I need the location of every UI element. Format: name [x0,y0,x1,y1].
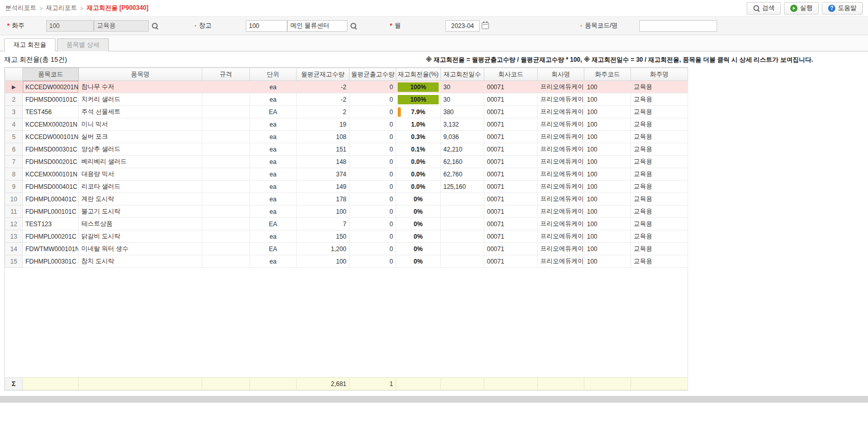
cell-company-code[interactable]: 00071 [484,118,538,131]
cell-turnover-days[interactable] [441,243,484,255]
table-row[interactable]: 12TEST123테스트상품EA700%00071프리오에듀케이션100교육용 [5,218,688,230]
cell-shipper-name[interactable]: 교육용 [631,181,688,193]
cell-unit[interactable]: ea [250,205,297,218]
cell-turnover-days[interactable] [441,255,484,268]
cell-turnover[interactable]: 0% [396,255,441,268]
cell-turnover-days[interactable] [441,230,484,243]
table-row[interactable]: 15FDHMPL000301C참치 도시락ea10000%00071프리오에듀케… [5,255,688,268]
cell-item-name[interactable]: 참치 도시락 [79,255,202,268]
cell-item-code[interactable]: FDHMSD000301C [23,143,79,156]
cell-company-name[interactable]: 프리오에듀케이션 [538,181,584,193]
table-row[interactable]: 5KCCEDW000101N실버 포크ea10800.3%9,03600071프… [5,131,688,143]
cell-company-name[interactable]: 프리오에듀케이션 [538,243,584,255]
cell-avg-stock[interactable]: 1,200 [297,243,349,255]
col-header-company-code[interactable]: 회사코드 [484,68,538,81]
cell-unit[interactable]: ea [250,81,297,93]
cell-unit[interactable]: ea [250,255,297,268]
row-number-cell[interactable]: 8 [5,168,23,181]
cell-item-code[interactable]: KCCEMX000101N [23,168,79,181]
cell-avg-out[interactable]: 0 [349,205,396,218]
calendar-button[interactable] [480,20,491,32]
table-row[interactable]: 3TEST456주석 선물세트EA207.9%38000071프리오에듀케이션1… [5,106,688,118]
cell-spec[interactable] [202,131,250,143]
cell-company-code[interactable]: 00071 [484,230,538,243]
cell-turnover[interactable]: 0% [396,230,441,243]
cell-avg-out[interactable]: 0 [349,181,396,193]
col-header-spec[interactable]: 규격 [202,68,250,81]
cell-company-code[interactable]: 00071 [484,255,538,268]
cell-avg-stock[interactable]: 374 [297,168,349,181]
cell-avg-out[interactable]: 0 [349,93,396,106]
cell-company-name[interactable]: 프리오에듀케이션 [538,93,584,106]
cell-shipper-name[interactable]: 교육용 [631,131,688,143]
shipper-code-input[interactable] [46,20,94,32]
cell-company-code[interactable]: 00071 [484,156,538,168]
cell-spec[interactable] [202,168,250,181]
cell-company-name[interactable]: 프리오에듀케이션 [538,81,584,93]
cell-avg-stock[interactable]: 148 [297,156,349,168]
table-row[interactable]: 14FDWTMW000101N미네랄 워터 생수EA1,20000%00071프… [5,243,688,255]
cell-shipper-name[interactable]: 교육용 [631,243,688,255]
cell-turnover[interactable]: 0% [396,205,441,218]
cell-item-name[interactable]: 닭갈비 도시락 [79,230,202,243]
cell-avg-out[interactable]: 0 [349,255,396,268]
table-row[interactable]: 2FDHMSD000101C치커리 샐러드ea-20100%3000071프리오… [5,93,688,106]
cell-spec[interactable] [202,230,250,243]
cell-turnover-days[interactable]: 380 [441,106,484,118]
cell-item-code[interactable]: KCCEDW000101N [23,131,79,143]
cell-item-code[interactable]: FDHMSD000101C [23,93,79,106]
cell-turnover[interactable]: 7.9% [396,106,441,118]
cell-avg-stock[interactable]: 2 [297,106,349,118]
cell-spec[interactable] [202,118,250,131]
cell-avg-stock[interactable]: -2 [297,81,349,93]
cell-item-code[interactable]: TEST123 [23,218,79,230]
cell-turnover-days[interactable]: 62,160 [441,156,484,168]
cell-spec[interactable] [202,156,250,168]
cell-unit[interactable]: ea [250,156,297,168]
col-header-shipper-name[interactable]: 화주명 [631,68,688,81]
cell-turnover[interactable]: 0.0% [396,168,441,181]
cell-shipper-code[interactable]: 100 [584,81,631,93]
cell-shipper-code[interactable]: 100 [584,118,631,131]
cell-shipper-name[interactable]: 교육용 [631,143,688,156]
cell-item-code[interactable]: FDWTMW000101N [23,243,79,255]
cell-avg-stock[interactable]: 100 [297,205,349,218]
cell-company-code[interactable]: 00071 [484,181,538,193]
cell-turnover-days[interactable] [441,205,484,218]
cell-item-name[interactable]: 주석 선물세트 [79,106,202,118]
month-input[interactable] [445,20,480,32]
cell-shipper-code[interactable]: 100 [584,143,631,156]
cell-company-code[interactable]: 00071 [484,143,538,156]
row-number-cell[interactable]: 7 [5,156,23,168]
cell-avg-stock[interactable]: 151 [297,143,349,156]
col-header-turnover-days[interactable]: 재고회전일수 [441,68,484,81]
table-row[interactable]: 8KCCEMX000101N대용량 믹서ea37400.0%62,7600007… [5,168,688,181]
cell-turnover[interactable]: 0% [396,218,441,230]
cell-avg-out[interactable]: 0 [349,193,396,205]
search-button[interactable]: 검색 [747,2,781,15]
item-code-name-input[interactable] [639,20,717,32]
cell-item-code[interactable]: FDHMSD000401C [23,181,79,193]
cell-company-name[interactable]: 프리오에듀케이션 [538,205,584,218]
cell-item-code[interactable]: FDHMPL000401C [23,193,79,205]
cell-shipper-name[interactable]: 교육용 [631,156,688,168]
cell-avg-out[interactable]: 0 [349,156,396,168]
row-number-cell[interactable]: 9 [5,181,23,193]
cell-turnover-days[interactable]: 62,760 [441,168,484,181]
col-header-shipper-code[interactable]: 화주코드 [584,68,631,81]
row-number-cell[interactable]: 15 [5,255,23,268]
cell-item-code[interactable]: TEST456 [23,106,79,118]
col-header-avg-stock[interactable]: 월평균재고수량 [297,68,349,81]
cell-spec[interactable] [202,106,250,118]
cell-item-code[interactable]: FDHMPL000101C [23,205,79,218]
cell-company-code[interactable]: 00071 [484,243,538,255]
cell-unit[interactable]: ea [250,168,297,181]
cell-shipper-name[interactable]: 교육용 [631,106,688,118]
cell-shipper-name[interactable]: 교육용 [631,205,688,218]
cell-shipper-name[interactable]: 교육용 [631,93,688,106]
cell-avg-stock[interactable]: 149 [297,181,349,193]
cell-unit[interactable]: ea [250,193,297,205]
cell-turnover-days[interactable] [441,218,484,230]
cell-shipper-code[interactable]: 100 [584,181,631,193]
cell-item-code[interactable]: KCCEDW000201N [23,81,79,93]
